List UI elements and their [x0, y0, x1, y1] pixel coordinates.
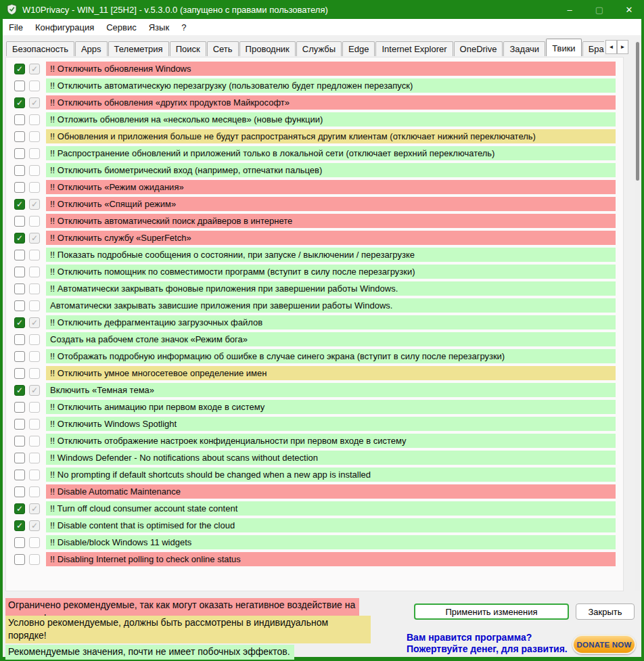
tweak-checkbox-secondary[interactable]: [29, 250, 40, 260]
tab-scroll-arrows: ◄ ►: [605, 40, 628, 54]
tweak-checkbox-primary[interactable]: [14, 283, 25, 294]
tweak-checkbox-secondary[interactable]: ✓: [29, 520, 40, 531]
tweak-checkbox-secondary[interactable]: [29, 436, 40, 447]
tweak-checkbox-secondary[interactable]: ✓: [29, 317, 40, 328]
tweak-row: !! Отключить помощник по совместимости п…: [6, 263, 623, 280]
tweak-checkbox-secondary[interactable]: [29, 453, 40, 463]
tweak-checkbox-primary[interactable]: [14, 453, 25, 463]
tab-9[interactable]: OneDrive: [454, 41, 503, 56]
tweak-checkbox-primary[interactable]: [14, 81, 25, 91]
tweak-checkbox-primary[interactable]: [14, 351, 25, 362]
tab-3[interactable]: Поиск: [170, 41, 206, 56]
tweak-checkbox-secondary[interactable]: [29, 554, 40, 565]
tweak-checkbox-primary[interactable]: [14, 402, 25, 413]
tweak-checkbox-primary[interactable]: [14, 419, 25, 430]
close-dialog-button[interactable]: Закрыть: [576, 603, 635, 620]
tab-scroll-left-icon[interactable]: ◄: [605, 40, 617, 54]
tweak-checkbox-secondary[interactable]: ✓: [29, 385, 40, 396]
tweak-checkbox-primary[interactable]: [14, 182, 25, 193]
tweak-checkbox-secondary[interactable]: [29, 334, 40, 345]
tweak-checkbox-primary[interactable]: [14, 148, 25, 159]
menu-item-service[interactable]: Сервис: [100, 20, 143, 35]
tweak-checkbox-secondary[interactable]: [29, 165, 40, 176]
tweak-label: !! Отключить «Спящий режим»: [46, 197, 616, 211]
apply-changes-button[interactable]: Применить изменения: [414, 603, 569, 620]
tweak-checkbox-primary[interactable]: [14, 554, 25, 565]
tweak-checkbox-primary[interactable]: [14, 334, 25, 345]
tweak-checkbox-primary[interactable]: [14, 537, 25, 548]
tab-0[interactable]: Безопасность: [6, 41, 74, 56]
tweak-label: !! Отключить дефрагментацию загрузочных …: [46, 315, 616, 329]
tweak-checkbox-primary[interactable]: [14, 165, 25, 176]
tweak-checkbox-secondary[interactable]: [29, 368, 40, 379]
tab-7[interactable]: Edge: [342, 41, 375, 56]
tweak-checkbox-primary[interactable]: [14, 300, 25, 311]
tweak-label: !! Отключить умное многосетевое определе…: [46, 366, 616, 380]
tweak-checkbox-secondary[interactable]: [29, 402, 40, 413]
tweak-checkbox-secondary[interactable]: ✓: [29, 64, 40, 74]
tweak-checkbox-secondary[interactable]: ✓: [29, 97, 40, 108]
tweak-checkbox-secondary[interactable]: [29, 267, 40, 277]
tab-10[interactable]: Задачи: [503, 41, 545, 56]
tweak-checkbox-secondary[interactable]: [29, 470, 40, 480]
tweak-checkbox-primary[interactable]: [14, 250, 25, 260]
tweak-checkbox-secondary[interactable]: [29, 351, 40, 362]
tweak-checkbox-secondary[interactable]: ✓: [29, 233, 40, 244]
tweak-checkbox-primary[interactable]: ✓: [14, 97, 25, 108]
menu-item-language[interactable]: Язык: [143, 20, 175, 35]
legend-line1: Рекомендуемые значения, почти не имеет п…: [8, 645, 290, 658]
tweak-checkbox-primary[interactable]: [14, 470, 25, 480]
tab-5[interactable]: Проводник: [239, 41, 296, 56]
tab-6[interactable]: Службы: [296, 41, 342, 56]
tweak-row: ✓✓!! Отключить службу «SuperFetch»: [6, 229, 623, 246]
tweak-checkbox-secondary[interactable]: [29, 216, 40, 227]
tweak-checkbox-primary[interactable]: ✓: [14, 503, 25, 514]
tweak-checkbox-primary[interactable]: ✓: [14, 233, 25, 244]
menu-item-configuration[interactable]: Конфигурация: [29, 20, 100, 35]
tweak-checkbox-secondary[interactable]: [29, 486, 40, 497]
tweak-checkbox-primary[interactable]: [14, 368, 25, 379]
tweak-row: ✓✓!! Disable content that is optimised f…: [6, 517, 623, 534]
tweak-checkbox-secondary[interactable]: [29, 419, 40, 430]
tweak-checkbox-primary[interactable]: [14, 114, 25, 125]
tweak-checkbox-primary[interactable]: [14, 131, 25, 142]
tab-scroll-right-icon[interactable]: ►: [617, 40, 628, 54]
tweak-label: !! No prompting if default shortcuts sho…: [46, 468, 616, 482]
menu-item-help[interactable]: ?: [175, 20, 192, 35]
donate-now-button[interactable]: DONATE NOW: [572, 635, 636, 654]
tab-1[interactable]: Apps: [75, 41, 108, 56]
tweak-checkbox-primary[interactable]: [14, 267, 25, 277]
tab-8[interactable]: Internet Explorer: [375, 41, 453, 56]
tab-4[interactable]: Сеть: [207, 41, 239, 56]
tweak-checkbox-secondary[interactable]: [29, 81, 40, 91]
tab-11[interactable]: Твики: [546, 39, 582, 56]
tweak-checkbox-secondary[interactable]: [29, 182, 40, 193]
tweak-checkbox-secondary[interactable]: [29, 283, 40, 294]
scrollbar-thumb[interactable]: [636, 42, 639, 181]
tweak-label: !! Обновления и приложения больше не буд…: [46, 129, 616, 143]
tweak-checkbox-secondary[interactable]: [29, 300, 40, 311]
tweak-checkbox-primary[interactable]: [14, 486, 25, 497]
tweak-checkbox-primary[interactable]: ✓: [14, 317, 25, 328]
tweak-checkbox-primary[interactable]: ✓: [14, 199, 25, 210]
tweak-checkbox-secondary[interactable]: [29, 131, 40, 142]
menu-item-file[interactable]: File: [3, 20, 29, 35]
minimize-button[interactable]: –: [555, 0, 584, 19]
app-window: W10Privacy - WIN_11 [25H2] - v.5.3.0.0 (…: [0, 0, 644, 661]
maximize-button[interactable]: ▢: [584, 0, 614, 19]
tweak-checkbox-primary[interactable]: [14, 216, 25, 227]
tweak-checkbox-primary[interactable]: ✓: [14, 64, 25, 74]
tweak-row: ✓✓!! Отключить обновления «других продук…: [6, 94, 623, 111]
tweak-checkbox-secondary[interactable]: [29, 537, 40, 548]
tweak-checkbox-secondary[interactable]: [29, 114, 40, 125]
tweak-checkbox-secondary[interactable]: ✓: [29, 503, 40, 514]
tweak-row: !! No prompting if default shortcuts sho…: [6, 466, 623, 483]
tweak-checkbox-primary[interactable]: ✓: [14, 385, 25, 396]
tab-12[interactable]: Брандмауэр: [582, 41, 604, 56]
close-button[interactable]: ✕: [614, 0, 644, 19]
tab-2[interactable]: Телеметрия: [108, 41, 169, 56]
tweak-checkbox-secondary[interactable]: [29, 148, 40, 159]
tweak-checkbox-primary[interactable]: ✓: [14, 520, 25, 531]
tweak-checkbox-secondary[interactable]: ✓: [29, 199, 40, 210]
tweak-checkbox-primary[interactable]: [14, 436, 25, 447]
